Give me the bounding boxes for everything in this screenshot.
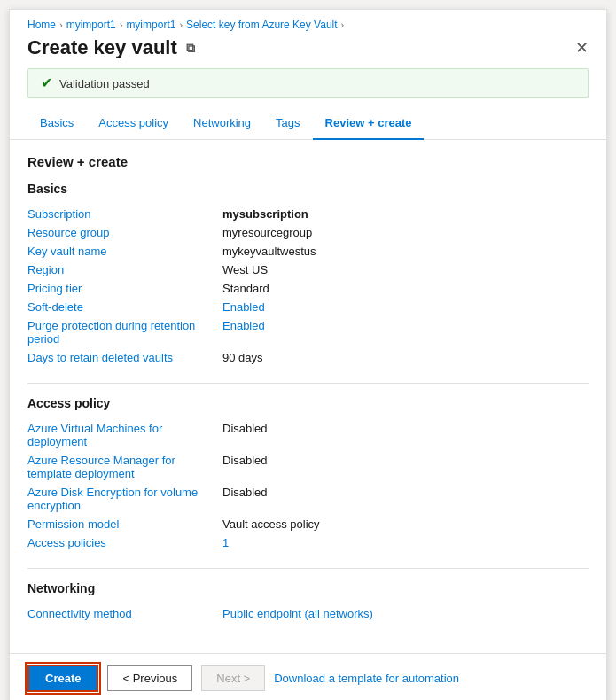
access-policy-table: Azure Virtual Machines for deployment Di… bbox=[27, 419, 589, 552]
table-row: Days to retain deleted vaults 90 days bbox=[27, 348, 589, 367]
access-policy-heading: Access policy bbox=[27, 396, 589, 410]
field-value-key-vault-name: mykeyvaultwestus bbox=[222, 242, 589, 261]
field-value-access-policies: 1 bbox=[222, 533, 589, 552]
field-label-purge-protection: Purge protection during retention period bbox=[27, 316, 222, 348]
table-row: Subscription mysubscription bbox=[27, 205, 589, 223]
table-row: Soft-delete Enabled bbox=[27, 298, 589, 316]
review-title: Review + create bbox=[27, 154, 589, 169]
basics-heading: Basics bbox=[27, 182, 589, 196]
tab-bar: Basics Access policy Networking Tags Rev… bbox=[10, 107, 606, 140]
basics-table: Subscription mysubscription Resource gro… bbox=[27, 205, 589, 367]
field-label-days-retain: Days to retain deleted vaults bbox=[27, 348, 222, 367]
table-row: Permission model Vault access policy bbox=[27, 515, 589, 533]
field-value-purge-protection: Enabled bbox=[222, 316, 589, 348]
footer: Create < Previous Next > Download a temp… bbox=[10, 653, 606, 700]
download-template-link[interactable]: Download a template for automation bbox=[274, 672, 459, 685]
tab-basics[interactable]: Basics bbox=[27, 107, 86, 140]
main-content: Review + create Basics Subscription mysu… bbox=[10, 140, 606, 653]
field-value-permission-model: Vault access policy bbox=[222, 515, 589, 533]
tab-tags[interactable]: Tags bbox=[263, 107, 312, 140]
field-label-access-policies: Access policies bbox=[27, 533, 222, 552]
field-label-resource-group: Resource group bbox=[27, 223, 222, 242]
divider-1 bbox=[27, 383, 589, 384]
field-value-subscription: mysubscription bbox=[222, 205, 589, 223]
field-value-pricing-tier: Standard bbox=[222, 279, 589, 298]
table-row: Purge protection during retention period… bbox=[27, 316, 589, 348]
field-value-arm-deployment: Disabled bbox=[222, 451, 589, 483]
validation-banner: ✔ Validation passed bbox=[27, 68, 589, 98]
close-button[interactable]: ✕ bbox=[575, 40, 589, 56]
field-label-connectivity: Connectivity method bbox=[27, 604, 222, 623]
field-value-vm-deployment: Disabled bbox=[222, 419, 589, 451]
field-label-vm-deployment: Azure Virtual Machines for deployment bbox=[27, 419, 222, 451]
field-label-subscription: Subscription bbox=[27, 205, 222, 223]
field-value-connectivity: Public endpoint (all networks) bbox=[222, 604, 589, 623]
panel-header: Create key vault ⧉ ✕ bbox=[10, 31, 606, 68]
previous-button[interactable]: < Previous bbox=[107, 665, 192, 691]
table-row: Resource group myresourcegroup bbox=[27, 223, 589, 242]
create-button[interactable]: Create bbox=[27, 665, 98, 692]
table-row: Azure Virtual Machines for deployment Di… bbox=[27, 419, 589, 451]
breadcrumb-home[interactable]: Home bbox=[27, 19, 56, 31]
field-value-resource-group: myresourcegroup bbox=[222, 223, 589, 242]
tab-networking[interactable]: Networking bbox=[181, 107, 263, 140]
field-value-disk-encryption: Disabled bbox=[222, 483, 589, 515]
table-row: Region West US bbox=[27, 261, 589, 279]
tab-access-policy[interactable]: Access policy bbox=[86, 107, 181, 140]
networking-heading: Networking bbox=[27, 581, 589, 595]
breadcrumb: Home › myimport1 › myimport1 › Select ke… bbox=[10, 10, 606, 31]
table-row: Access policies 1 bbox=[27, 533, 589, 552]
check-icon: ✔ bbox=[41, 76, 52, 90]
field-value-soft-delete: Enabled bbox=[222, 298, 589, 316]
field-label-soft-delete: Soft-delete bbox=[27, 298, 222, 316]
breadcrumb-select-key[interactable]: Select key from Azure Key Vault bbox=[186, 19, 338, 31]
table-row: Pricing tier Standard bbox=[27, 279, 589, 298]
page-title: Create key vault bbox=[27, 36, 177, 59]
next-button: Next > bbox=[201, 665, 265, 691]
table-row: Azure Resource Manager for template depl… bbox=[27, 451, 589, 483]
table-row: Connectivity method Public endpoint (all… bbox=[27, 604, 589, 623]
validation-text: Validation passed bbox=[59, 77, 150, 90]
field-label-region: Region bbox=[27, 261, 222, 279]
table-row: Azure Disk Encryption for volume encrypt… bbox=[27, 483, 589, 515]
tab-review-create[interactable]: Review + create bbox=[313, 107, 425, 140]
divider-2 bbox=[27, 568, 589, 569]
field-label-permission-model: Permission model bbox=[27, 515, 222, 533]
field-label-arm-deployment: Azure Resource Manager for template depl… bbox=[27, 451, 222, 483]
field-value-region: West US bbox=[222, 261, 589, 279]
copy-icon[interactable]: ⧉ bbox=[186, 41, 195, 56]
table-row: Key vault name mykeyvaultwestus bbox=[27, 242, 589, 261]
breadcrumb-myimport1-2[interactable]: myimport1 bbox=[126, 19, 175, 31]
field-value-days-retain: 90 days bbox=[222, 348, 589, 367]
field-label-disk-encryption: Azure Disk Encryption for volume encrypt… bbox=[27, 483, 222, 515]
networking-table: Connectivity method Public endpoint (all… bbox=[27, 604, 589, 623]
field-label-key-vault-name: Key vault name bbox=[27, 242, 222, 261]
breadcrumb-myimport1-1[interactable]: myimport1 bbox=[66, 19, 116, 31]
field-label-pricing-tier: Pricing tier bbox=[27, 279, 222, 298]
